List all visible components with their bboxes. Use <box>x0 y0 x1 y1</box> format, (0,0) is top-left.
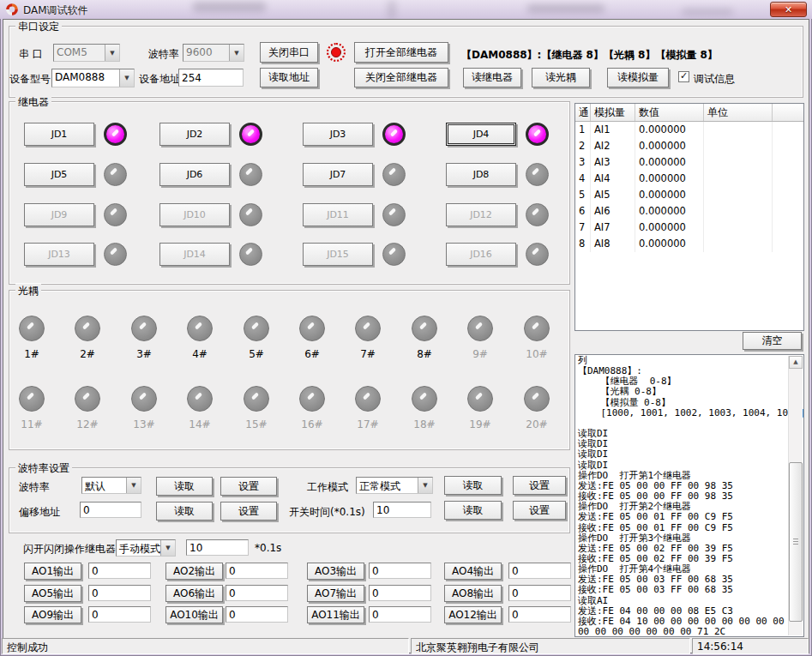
ao-output-button-ao9[interactable]: AO9输出 <box>24 606 81 623</box>
close-button[interactable]: ✕ <box>770 2 807 17</box>
ao-output-button-ao4[interactable]: AO4输出 <box>444 563 502 580</box>
relay-led-jd15 <box>382 243 406 266</box>
close-icon: ✕ <box>785 4 792 15</box>
table-row[interactable]: 4AI40.000000 <box>575 171 803 187</box>
cell-filler <box>773 171 803 187</box>
ao-output-button-ao7[interactable]: AO7输出 <box>307 585 364 602</box>
read-opto-button[interactable]: 读光耦 <box>532 68 590 87</box>
opto-label-15: 15# <box>239 418 274 430</box>
relay-button-jd4[interactable]: JD4 <box>446 123 516 146</box>
ao-output-input-ao7[interactable] <box>369 585 431 601</box>
flash-time-input[interactable] <box>186 539 249 556</box>
table-row[interactable]: 1AI10.000000 <box>575 122 803 138</box>
offset-read-button[interactable]: 读取 <box>156 502 213 521</box>
log-panel[interactable]: 列【DAM0888】: 【继电器 0-8】 【光耦 0-8】 【模拟量 0-8】… <box>574 354 804 637</box>
offset-set-button[interactable]: 设置 <box>220 502 277 521</box>
ao-output-input-ao10[interactable] <box>226 606 288 623</box>
ao-output-input-ao1[interactable] <box>88 563 151 579</box>
work-mode-set-button[interactable]: 设置 <box>513 476 566 495</box>
work-mode-read-button[interactable]: 读取 <box>444 476 502 495</box>
cell-unit <box>704 122 773 138</box>
analog-table-body: 1AI10.0000002AI20.0000003AI30.0000004AI4… <box>575 122 803 252</box>
ao-output-input-ao4[interactable] <box>508 563 571 579</box>
open-all-relays-button[interactable]: 打开全部继电器 <box>354 42 448 63</box>
header-value[interactable]: 数值 <box>635 104 704 121</box>
ao-output-input-ao8[interactable] <box>508 585 571 601</box>
relay-led-jd9 <box>104 203 127 226</box>
analog-table[interactable]: 通 模拟量 数值 单位 1AI10.0000002AI20.0000003AI3… <box>574 103 804 331</box>
ao-output-button-ao2[interactable]: AO2输出 <box>165 563 223 580</box>
read-address-button[interactable]: 读取地址 <box>260 68 318 87</box>
cell-channel: 1 <box>575 122 591 138</box>
table-row[interactable]: 6AI60.000000 <box>575 203 803 220</box>
relay-led-jd6 <box>239 163 262 186</box>
model-select[interactable]: DAM0888 ▼ <box>51 69 135 87</box>
ao-output-input-ao2[interactable] <box>226 563 288 579</box>
debug-info-checkbox[interactable] <box>678 71 689 82</box>
opto-label-4: 4# <box>183 348 217 360</box>
ao-output-button-ao1[interactable]: AO1输出 <box>24 563 81 580</box>
relay-button-jd8[interactable]: JD8 <box>446 163 516 186</box>
opto-led-13 <box>131 386 157 412</box>
read-relay-button[interactable]: 读继电器 <box>463 68 521 87</box>
log-scrollbar[interactable]: ▲ <box>788 356 803 635</box>
ao-output-input-ao6[interactable] <box>226 585 288 601</box>
device-summary: 【DAM0888】:【继电器 8】【光耦 8】【模拟量 8】 <box>461 48 718 63</box>
cell-channel: 6 <box>575 203 591 220</box>
app-window: DAM调试软件 ✕ 串口设定 串 口 COM5 ▼ 波特率 9600 ▼ 关闭串… <box>0 0 812 656</box>
switch-time-set-button[interactable]: 设置 <box>513 501 566 520</box>
ao-output-button-ao6[interactable]: AO6输出 <box>165 585 223 602</box>
relay-button-jd7[interactable]: JD7 <box>303 163 373 186</box>
switch-time-input[interactable] <box>373 502 431 518</box>
close-all-relays-button[interactable]: 关闭全部继电器 <box>354 68 448 87</box>
log-line: [1000, 1001, 1002, 1003, 1004, 1000] <box>578 408 787 418</box>
table-row[interactable]: 5AI50.000000 <box>575 187 803 203</box>
cell-filler <box>773 122 803 138</box>
baud-set-select[interactable]: 默认 ▼ <box>81 477 141 494</box>
relay-button-jd6[interactable]: JD6 <box>159 163 230 186</box>
ao-output-button-ao12[interactable]: AO12输出 <box>444 606 502 623</box>
ao-output-input-ao3[interactable] <box>369 563 431 579</box>
header-channel[interactable]: 通 <box>575 104 591 121</box>
ao-output-input-ao12[interactable] <box>508 606 571 623</box>
switch-time-read-button[interactable]: 读取 <box>444 501 502 520</box>
relay-button-jd3[interactable]: JD3 <box>303 123 373 146</box>
ao-output-button-ao10[interactable]: AO10输出 <box>165 606 223 623</box>
ao-output-button-ao3[interactable]: AO3输出 <box>307 563 364 580</box>
scroll-up-icon[interactable]: ▲ <box>789 356 803 369</box>
ao-output-button-ao5[interactable]: AO5输出 <box>24 585 81 602</box>
chevron-down-icon: ▼ <box>105 45 119 61</box>
model-value: DAM0888 <box>52 69 119 87</box>
baud-read-button[interactable]: 读取 <box>156 477 213 496</box>
relay-led-jd10 <box>239 203 262 226</box>
close-port-button[interactable]: 关闭串口 <box>260 42 318 63</box>
header-analog[interactable]: 模拟量 <box>591 104 635 121</box>
ao-output-button-ao11[interactable]: AO11输出 <box>307 606 364 623</box>
scrollbar-thumb[interactable] <box>789 462 803 622</box>
flash-mode-select[interactable]: 手动模式 ▼ <box>116 539 176 557</box>
ao-output-input-ao11[interactable] <box>369 606 431 623</box>
opto-led-9 <box>467 316 493 341</box>
table-row[interactable]: 3AI30.000000 <box>575 154 803 171</box>
cell-unit <box>704 220 773 236</box>
baud-set-button[interactable]: 设置 <box>220 477 277 496</box>
table-row[interactable]: 7AI70.000000 <box>575 220 803 236</box>
address-input[interactable] <box>178 69 244 87</box>
ao-output-input-ao5[interactable] <box>88 585 151 601</box>
cell-analog: AI5 <box>591 187 635 203</box>
relay-button-jd2[interactable]: JD2 <box>159 123 230 146</box>
opto-label-3: 3# <box>127 348 161 360</box>
clear-log-button[interactable]: 清空 <box>743 332 802 350</box>
relay-button-jd5[interactable]: JD5 <box>24 163 94 186</box>
read-analog-button[interactable]: 读模拟量 <box>607 68 669 87</box>
header-unit[interactable]: 单位 <box>704 104 773 121</box>
offset-input[interactable] <box>80 502 141 518</box>
ao-output-input-ao9[interactable] <box>88 606 151 623</box>
table-row[interactable]: 8AI80.000000 <box>575 236 803 252</box>
cell-unit <box>704 236 773 252</box>
relay-button-jd1[interactable]: JD1 <box>24 123 94 146</box>
cell-analog: AI7 <box>591 220 635 236</box>
work-mode-select[interactable]: 正常模式 ▼ <box>356 477 433 494</box>
table-row[interactable]: 2AI20.000000 <box>575 138 803 154</box>
ao-output-button-ao8[interactable]: AO8输出 <box>444 585 502 602</box>
